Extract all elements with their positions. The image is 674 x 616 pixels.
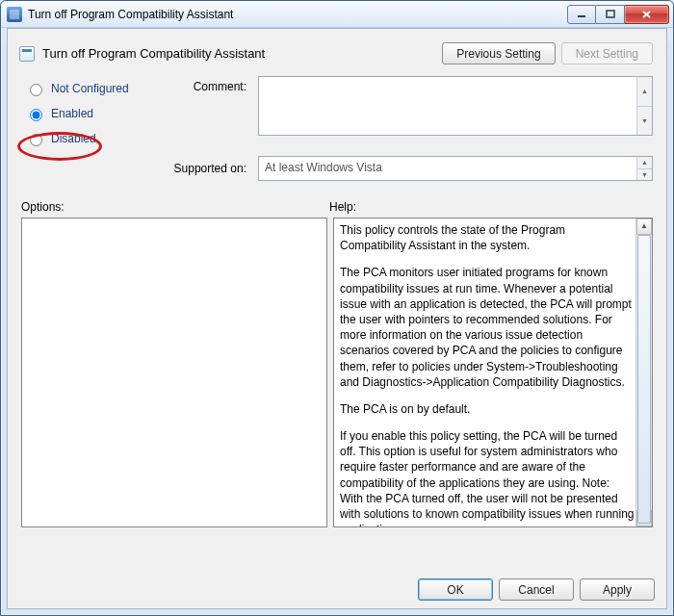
cancel-button[interactable]: Cancel — [499, 578, 574, 601]
radio-not-configured-label: Not Configured — [51, 82, 129, 95]
down-arrow-icon[interactable]: ▼ — [637, 168, 652, 181]
radio-enabled-input[interactable] — [30, 109, 42, 121]
supported-value: At least Windows Vista — [265, 161, 382, 174]
radio-disabled-input[interactable] — [30, 134, 42, 146]
svg-rect-0 — [578, 15, 585, 17]
policy-small-icon — [19, 46, 35, 62]
help-paragraph: This policy controls the state of the Pr… — [340, 222, 635, 253]
options-panel — [21, 218, 327, 527]
apply-button[interactable]: Apply — [580, 578, 655, 601]
maximize-button[interactable] — [596, 5, 625, 24]
comment-scroll[interactable]: ▲ ▼ — [636, 77, 652, 135]
svg-rect-1 — [607, 11, 614, 17]
help-label: Help: — [329, 200, 356, 214]
radio-disabled[interactable]: Disabled — [25, 131, 160, 146]
help-paragraph: If you enable this policy setting, the P… — [340, 428, 635, 527]
options-label: Options: — [21, 200, 329, 214]
help-scrollbar[interactable]: ▲ ▼ — [635, 218, 652, 526]
close-button[interactable] — [625, 5, 669, 24]
previous-setting-button[interactable]: Previous Setting — [442, 42, 555, 64]
radio-not-configured[interactable]: Not Configured — [25, 81, 160, 96]
client-area: Turn off Program Compatibility Assistant… — [7, 28, 667, 609]
page-title: Turn off Program Compatibility Assistant — [42, 46, 265, 61]
comment-label: Comment: — [166, 76, 252, 93]
next-setting-button[interactable]: Next Setting — [561, 42, 653, 64]
radio-disabled-label: Disabled — [51, 132, 96, 145]
down-arrow-icon[interactable]: ▼ — [637, 106, 652, 136]
titlebar[interactable]: Turn off Program Compatibility Assistant — [1, 1, 673, 28]
radio-not-configured-input[interactable] — [30, 84, 42, 96]
minimize-button[interactable] — [567, 5, 596, 24]
ok-button[interactable]: OK — [418, 578, 493, 601]
scroll-up-icon[interactable]: ▲ — [636, 218, 652, 235]
scroll-track[interactable] — [636, 235, 652, 510]
dialog-window: Turn off Program Compatibility Assistant… — [0, 0, 674, 616]
supported-scroll[interactable]: ▲ ▼ — [636, 157, 652, 180]
help-paragraph: The PCA is on by default. — [340, 401, 635, 417]
window-title: Turn off Program Compatibility Assistant — [28, 8, 233, 21]
up-arrow-icon[interactable]: ▲ — [637, 77, 652, 106]
policy-icon — [7, 7, 22, 22]
help-paragraph: The PCA monitors user initiated programs… — [340, 265, 635, 390]
scroll-thumb[interactable] — [637, 235, 651, 524]
supported-label: Supported on: — [166, 156, 252, 175]
comment-field[interactable]: ▲ ▼ — [258, 76, 653, 136]
supported-field: At least Windows Vista ▲ ▼ — [258, 156, 653, 181]
radio-enabled-label: Enabled — [51, 107, 93, 120]
up-arrow-icon[interactable]: ▲ — [637, 157, 652, 168]
help-panel: This policy controls the state of the Pr… — [333, 218, 653, 527]
radio-enabled[interactable]: Enabled — [25, 106, 160, 121]
